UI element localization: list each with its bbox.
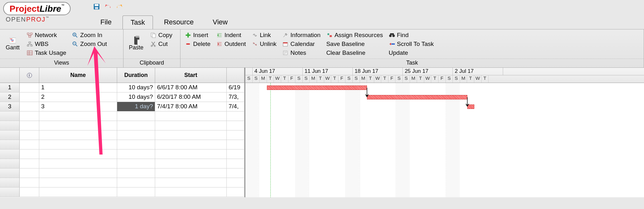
main-menu: File Task Resource View: [92, 15, 236, 29]
col-header-start[interactable]: Start: [155, 68, 227, 83]
cell-info[interactable]: [20, 83, 39, 92]
table-row[interactable]: 2210 days?6/20/17 8:00 AM7/3,: [0, 92, 244, 102]
find-button[interactable]: Find: [388, 31, 435, 39]
gantt-button[interactable]: Gantt: [3, 31, 22, 57]
wbs-button[interactable]: WBS: [25, 40, 67, 48]
col-header-finish[interactable]: [227, 68, 244, 83]
indent-button[interactable]: Indent: [215, 31, 247, 39]
table-row[interactable]: [0, 140, 244, 149]
wbs-icon: [27, 41, 33, 47]
col-header-name[interactable]: Name: [39, 68, 117, 83]
calendar-button[interactable]: Calendar: [281, 40, 322, 48]
cell-duration[interactable]: 10 days?: [117, 83, 155, 92]
table-row[interactable]: [0, 121, 244, 130]
logo-text-2: Libre: [40, 4, 61, 14]
tab-file[interactable]: File: [92, 15, 119, 29]
table-row[interactable]: 1110 days?6/6/17 8:00 AM6/19: [0, 83, 244, 92]
outdent-button[interactable]: Outdent: [215, 40, 247, 48]
table-row[interactable]: [0, 149, 244, 159]
day-header: T: [317, 75, 324, 83]
cell-start[interactable]: 7/4/17 8:00 AM: [155, 102, 227, 111]
col-header-row[interactable]: [0, 68, 20, 83]
cell-info[interactable]: [20, 92, 39, 102]
cell-duration[interactable]: 10 days?: [117, 92, 155, 102]
weekend-strip: [446, 83, 460, 197]
task-usage-icon: [27, 50, 33, 56]
clear-baseline-button[interactable]: Clear Baseline: [325, 49, 384, 57]
tab-view[interactable]: View: [205, 15, 236, 29]
undo-button[interactable]: [104, 3, 112, 11]
task-usage-button[interactable]: Task Usage: [25, 49, 67, 57]
cell-name[interactable]: 1: [39, 83, 117, 92]
week-header: 25 Jun 17: [403, 68, 453, 75]
svg-point-30: [392, 35, 395, 37]
assign-resources-button[interactable]: Assign Resources: [325, 31, 384, 39]
gantt-chart[interactable]: 4 Jun 1711 Jun 1718 Jun 1725 Jun 172 Jul…: [245, 68, 644, 197]
cut-button[interactable]: Cut: [149, 40, 174, 48]
cell-name[interactable]: 2: [39, 92, 117, 102]
ribbon-group-views: Gantt Network WBS Task Usage Zoom In Zoo…: [0, 29, 123, 67]
table-row[interactable]: [0, 111, 244, 121]
svg-rect-20: [152, 34, 155, 38]
paste-button[interactable]: Paste: [127, 31, 146, 57]
svg-rect-1: [95, 4, 98, 6]
col-header-duration[interactable]: Duration: [117, 68, 155, 83]
cell-start[interactable]: 6/20/17 8:00 AM: [155, 92, 227, 102]
col-header-info[interactable]: i: [20, 68, 39, 83]
table-row[interactable]: [0, 178, 244, 187]
notes-button[interactable]: Notes: [281, 49, 322, 57]
cell-finish[interactable]: 7/4,: [227, 102, 244, 111]
table-row[interactable]: [0, 130, 244, 140]
paste-icon: [133, 37, 139, 44]
zoom-out-button[interactable]: Zoom Out: [71, 40, 108, 48]
cell-name[interactable]: 3: [39, 102, 117, 111]
insert-button[interactable]: Insert: [184, 31, 212, 39]
dependency-arrow: [467, 97, 473, 109]
redo-button[interactable]: [115, 3, 123, 11]
gantt-bar[interactable]: [367, 95, 467, 99]
scroll-to-task-button[interactable]: Scroll To Task: [388, 40, 435, 48]
weekend-strip: [245, 83, 260, 197]
cell-finish[interactable]: 6/19: [227, 83, 244, 92]
cell-start[interactable]: 6/6/17 8:00 AM: [155, 83, 227, 92]
cell-info[interactable]: [20, 102, 39, 111]
tab-task[interactable]: Task: [123, 16, 153, 29]
day-header: S: [353, 75, 360, 83]
copy-button[interactable]: Copy: [149, 31, 174, 39]
link-button[interactable]: Link: [250, 31, 278, 39]
svg-rect-9: [29, 36, 31, 37]
outdent-icon: [216, 41, 223, 47]
week-header: 2 Jul 17: [453, 68, 503, 75]
day-header: M: [360, 75, 367, 83]
information-button[interactable]: Information: [281, 31, 322, 39]
grid-header: i Name Duration Start: [0, 68, 244, 83]
cell-finish[interactable]: 7/3,: [227, 92, 244, 102]
row-number[interactable]: 2: [0, 92, 20, 102]
row-number[interactable]: 1: [0, 83, 20, 92]
delete-button[interactable]: Delete: [184, 40, 212, 48]
table-row[interactable]: [0, 187, 244, 197]
update-button[interactable]: Update: [388, 49, 435, 57]
gantt-bar[interactable]: [267, 86, 367, 90]
cell-duration[interactable]: 1 day?: [117, 102, 155, 111]
dependency-arrow: [366, 87, 373, 100]
svg-rect-7: [27, 33, 29, 35]
save-baseline-button[interactable]: Save Baseline: [325, 40, 384, 48]
network-button[interactable]: Network: [25, 31, 67, 39]
table-row[interactable]: [0, 168, 244, 178]
day-header: M: [460, 75, 467, 83]
group-title-views: Views: [0, 59, 123, 67]
copy-icon: [150, 32, 156, 38]
save-button[interactable]: [92, 3, 101, 11]
unlink-button[interactable]: Unlink: [250, 40, 278, 48]
tab-resource[interactable]: Resource: [156, 15, 202, 29]
tools-icon: [282, 32, 288, 38]
day-header: W: [424, 75, 432, 83]
day-header: T: [267, 75, 274, 83]
plus-icon: [185, 32, 191, 38]
timescale: 4 Jun 1711 Jun 1718 Jun 1725 Jun 172 Jul…: [245, 68, 644, 83]
table-row[interactable]: [0, 159, 244, 168]
zoom-in-button[interactable]: Zoom In: [71, 31, 108, 39]
table-row[interactable]: 331 day?7/4/17 8:00 AM7/4,: [0, 102, 244, 111]
row-number[interactable]: 3: [0, 102, 20, 111]
